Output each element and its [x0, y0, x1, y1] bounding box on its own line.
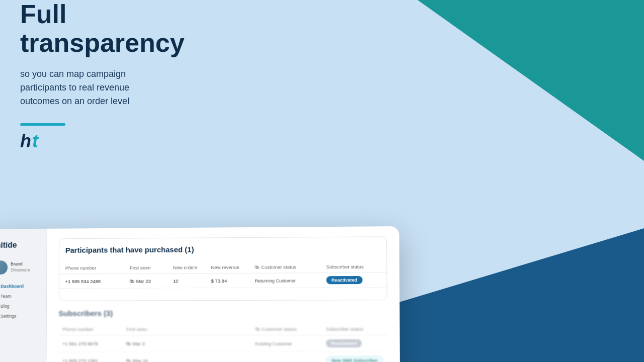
- purchased-section: Participants that have purchased (1) Pho…: [59, 237, 387, 302]
- sub-col-custatus: 🛍 Customer status: [251, 323, 321, 335]
- sub-substatus-2: New SMS Subscriber: [322, 352, 388, 362]
- firstseen-cell: 🛍 Mar 23: [124, 274, 167, 288]
- col-phone-header: Phone number: [59, 262, 124, 274]
- sidebar-logo: hitide: [0, 237, 47, 258]
- headline: Full transparency: [20, 0, 191, 57]
- brand-avatar: [0, 261, 8, 275]
- sidebar-item-settings[interactable]: Settings: [0, 311, 46, 321]
- left-panel: Full transparency so you can map campaig…: [20, 0, 191, 146]
- purchased-table: Phone number First seen New orders New r…: [59, 261, 387, 289]
- col-substatus-header: Subscriber status: [320, 261, 386, 273]
- revenue-cell: $ 73.84: [205, 274, 249, 288]
- sub-col-substatus: Subscriber status: [321, 323, 387, 335]
- sidebar-item-blog[interactable]: Blog: [0, 301, 46, 311]
- phone-cell: +1 585 534 2488: [59, 274, 124, 289]
- col-orders-header: New orders: [167, 262, 205, 274]
- sub-col-spacer: [165, 323, 251, 335]
- brand-sub: Shopware: [11, 267, 31, 274]
- customer-status-cell: Returning Customer: [249, 273, 320, 288]
- sub-col-phone: Phone number: [58, 324, 122, 335]
- purchased-header-row: Phone number First seen New orders New r…: [59, 261, 387, 274]
- subscribers-table: Phone number First seen 🛍 Customer statu…: [58, 323, 388, 362]
- col-custatus-header: 🛍 Customer status: [249, 261, 320, 274]
- sub-custatus-1: Existing Customer: [251, 335, 321, 352]
- accent-line: [20, 123, 65, 126]
- sidebar-item-team[interactable]: Team: [0, 291, 46, 301]
- sidebar-brand: Brand Shopware: [0, 257, 46, 278]
- app-window: hitide Brand Shopware Dashboard Team Blo…: [0, 226, 400, 362]
- purchased-title: Participants that have purchased (1): [65, 244, 380, 254]
- col-firstseen-header: First seen: [124, 262, 167, 274]
- sub-substatus-1: Reactivated: [321, 335, 387, 352]
- sub-spacer-2: [165, 352, 251, 362]
- subscribers-header-row: Phone number First seen 🛍 Customer statu…: [58, 323, 387, 335]
- sub-col-firstseen: First seen: [122, 323, 165, 335]
- subscriber-row-2: +1 609 273 1391 🛍 May 10 New SMS Subscri…: [58, 352, 387, 362]
- sub-custatus-2: [251, 352, 322, 362]
- sub-phone-1: +1 561 279 6679: [58, 335, 122, 352]
- logo-t: t: [32, 131, 38, 152]
- reactivated-badge: Reactivated: [326, 276, 362, 284]
- brand-name: Brand: [11, 262, 31, 268]
- sidebar: hitide Brand Shopware Dashboard Team Blo…: [0, 229, 47, 362]
- orders-cell: 10: [167, 274, 205, 288]
- subscribers-title: Subscribers (3): [58, 309, 387, 318]
- sub-firstseen-2: 🛍 May 10: [122, 352, 165, 362]
- subscriber-status-cell: Reactivated: [320, 273, 386, 288]
- main-content: Participants that have purchased (1) Pho…: [46, 226, 400, 362]
- sub-firstseen-1: 🛍 Mar 3: [122, 335, 165, 352]
- bag-icon: 🛍: [255, 264, 260, 270]
- bag-icon-sub: 🛍: [255, 326, 260, 332]
- subscriber-row-1: +1 561 279 6679 🛍 Mar 3 Existing Custome…: [58, 335, 387, 352]
- col-revenue-header: New revenue: [205, 261, 249, 274]
- purchased-row-1: +1 585 534 2488 🛍 Mar 23 10 $ 73.84 Retu…: [59, 273, 387, 289]
- logo-h: h: [20, 131, 31, 152]
- logo-bottom: ht: [20, 131, 644, 152]
- sidebar-item-dashboard[interactable]: Dashboard: [0, 282, 46, 292]
- subtext: so you can map campaign participants to …: [20, 67, 171, 108]
- shopify-icon: 🛍: [130, 279, 135, 284]
- subscribers-section: Subscribers (3) Phone number First seen …: [58, 309, 388, 362]
- sub-spacer-1: [165, 335, 251, 352]
- sub-phone-2: +1 609 273 1391: [58, 352, 122, 362]
